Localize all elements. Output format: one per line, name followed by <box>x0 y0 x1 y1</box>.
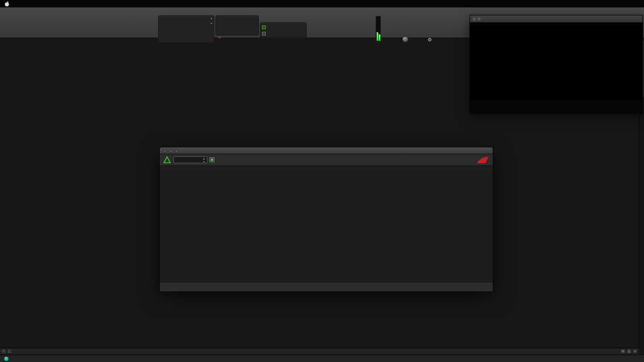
matchbox-minimize-icon[interactable] <box>169 149 172 153</box>
video-timecode <box>470 101 642 113</box>
matchbox-bottom-toolbar <box>160 282 493 292</box>
list-view-icon[interactable]: ▥ <box>628 349 631 354</box>
video-window-titlebar[interactable] <box>470 15 642 23</box>
video-close-icon[interactable] <box>473 17 476 21</box>
video-frame <box>470 23 642 101</box>
grid-view-icon[interactable]: ▤ <box>621 349 625 354</box>
sub-counter-dropdown-icon[interactable]: ▾ <box>211 21 212 25</box>
zoom-in-corner-icon[interactable]: ◱ <box>8 349 12 354</box>
main-counter-dropdown-icon[interactable]: ▾ <box>211 16 212 20</box>
video-window[interactable] <box>469 15 643 114</box>
cargo-cult-fin-icon <box>476 156 490 164</box>
nudge-icon[interactable] <box>262 32 266 36</box>
grid-nudge-box <box>260 22 307 38</box>
matchbox-body <box>160 166 493 282</box>
video-minimize-icon[interactable] <box>477 17 481 21</box>
menubar <box>0 0 644 7</box>
match-filter-dropdown[interactable]: ▲▼ <box>173 156 207 163</box>
comparison-monitors <box>162 293 489 354</box>
grid-icon[interactable] <box>262 25 266 29</box>
session-status-row <box>215 37 221 38</box>
expand-icon[interactable]: ⊞ <box>633 349 637 354</box>
auto-diff-checkbox[interactable] <box>210 157 214 162</box>
matchbox-close-icon[interactable] <box>163 149 167 153</box>
matchbox-logo-icon <box>163 156 171 164</box>
screen: ▾ ▾ <box>0 0 644 362</box>
gear-icon[interactable]: ⚙ <box>428 37 432 42</box>
matchbox-zoom-icon[interactable] <box>175 149 178 153</box>
status-dot-icon <box>4 357 8 361</box>
zoom-out-corner-icon[interactable]: ◰ <box>2 349 6 354</box>
counter-display: ▾ ▾ <box>158 15 214 43</box>
monitor-knob[interactable] <box>402 36 408 42</box>
delay-indicator[interactable] <box>218 37 221 38</box>
statusbar <box>0 355 644 362</box>
matchbox-titlebar[interactable] <box>160 147 493 154</box>
edit-selection-box <box>215 15 259 36</box>
dropdown-arrows-icon: ▲▼ <box>203 157 205 163</box>
apple-menu-icon[interactable] <box>4 1 10 7</box>
matchbox-toolbar: ▲▼ <box>160 154 493 166</box>
matchbox-window[interactable]: ▲▼ <box>159 147 493 292</box>
output-meter <box>376 16 381 42</box>
